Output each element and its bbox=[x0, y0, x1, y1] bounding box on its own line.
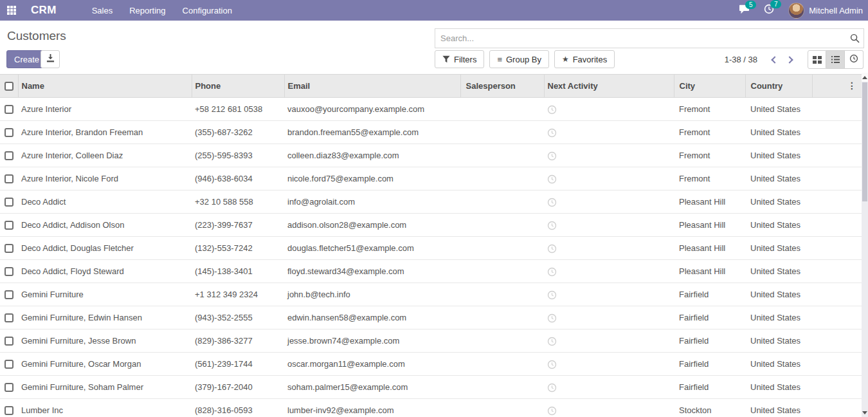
scroll-up-arrow-icon[interactable] bbox=[862, 73, 868, 82]
row-checkbox-cell[interactable] bbox=[0, 306, 18, 329]
cell-email[interactable]: vauxoo@yourcompany.example.com bbox=[284, 98, 460, 121]
table-row[interactable]: Gemini Furniture+1 312 349 2324john.b@te… bbox=[0, 283, 862, 306]
cell-phone[interactable]: (379)-167-2040 bbox=[192, 376, 284, 399]
cell-next-activity[interactable] bbox=[544, 190, 674, 214]
row-checkbox-cell[interactable] bbox=[0, 121, 18, 144]
cell-email[interactable]: soham.palmer15@example.com bbox=[284, 376, 460, 399]
row-checkbox[interactable] bbox=[5, 337, 14, 346]
next-activity-clock-icon[interactable] bbox=[547, 105, 557, 115]
table-row[interactable]: Gemini Furniture, Oscar Morgan(561)-239-… bbox=[0, 353, 862, 376]
row-checkbox[interactable] bbox=[5, 290, 14, 299]
cell-country[interactable]: United States bbox=[745, 214, 812, 237]
cell-country[interactable]: United States bbox=[745, 306, 812, 329]
row-checkbox[interactable] bbox=[5, 198, 14, 207]
cell-city[interactable]: Fremont bbox=[674, 167, 745, 190]
cell-salesperson[interactable] bbox=[460, 167, 544, 190]
next-activity-clock-icon[interactable] bbox=[547, 360, 557, 369]
cell-email[interactable]: info@agrolait.com bbox=[284, 190, 460, 214]
cell-phone[interactable]: (946)-638-6034 bbox=[192, 167, 284, 190]
cell-email[interactable]: douglas.fletcher51@example.com bbox=[284, 237, 460, 260]
cell-phone[interactable]: (132)-553-7242 bbox=[192, 237, 284, 260]
cell-name[interactable]: Gemini Furniture, Jesse Brown bbox=[18, 329, 192, 353]
pager-previous-button[interactable] bbox=[766, 53, 781, 67]
favorites-button[interactable]: ★ Favorites bbox=[554, 50, 615, 68]
cell-phone[interactable]: (255)-595-8393 bbox=[192, 144, 284, 167]
scrollbar-thumb[interactable] bbox=[862, 82, 867, 201]
cell-next-activity[interactable] bbox=[544, 329, 674, 353]
cell-next-activity[interactable] bbox=[544, 376, 674, 399]
cell-email[interactable]: addison.olson28@example.com bbox=[284, 214, 460, 237]
apps-menu-button[interactable] bbox=[0, 0, 23, 21]
header-next-activity[interactable]: Next Activity bbox=[544, 75, 674, 98]
cell-salesperson[interactable] bbox=[460, 399, 544, 417]
list-view-button[interactable] bbox=[826, 50, 845, 69]
row-checkbox-cell[interactable] bbox=[0, 190, 18, 214]
header-email[interactable]: Email bbox=[284, 75, 460, 98]
table-row[interactable]: Gemini Furniture, Edwin Hansen(943)-352-… bbox=[0, 306, 862, 329]
next-activity-clock-icon[interactable] bbox=[547, 406, 557, 416]
cell-name[interactable]: Azure Interior, Colleen Diaz bbox=[18, 144, 192, 167]
cell-next-activity[interactable] bbox=[544, 98, 674, 121]
row-checkbox-cell[interactable] bbox=[0, 237, 18, 260]
cell-country[interactable]: United States bbox=[745, 376, 812, 399]
table-row[interactable]: Azure Interior, Nicole Ford(946)-638-603… bbox=[0, 167, 862, 190]
next-activity-clock-icon[interactable] bbox=[547, 244, 557, 254]
scroll-down-arrow-icon[interactable] bbox=[862, 408, 868, 417]
cell-salesperson[interactable] bbox=[460, 283, 544, 306]
cell-email[interactable]: brandon.freeman55@example.com bbox=[284, 121, 460, 144]
table-row[interactable]: Deco Addict, Floyd Steward(145)-138-3401… bbox=[0, 260, 862, 283]
cell-country[interactable]: United States bbox=[745, 190, 812, 214]
cell-city[interactable]: Fairfield bbox=[674, 353, 745, 376]
cell-country[interactable]: United States bbox=[745, 329, 812, 353]
cell-next-activity[interactable] bbox=[544, 144, 674, 167]
next-activity-clock-icon[interactable] bbox=[547, 337, 557, 346]
table-row[interactable]: Lumber Inc(828)-316-0593lumber-inv92@exa… bbox=[0, 399, 862, 417]
cell-name[interactable]: Gemini Furniture, Edwin Hansen bbox=[18, 306, 192, 329]
cell-country[interactable]: United States bbox=[745, 260, 812, 283]
table-row[interactable]: Gemini Furniture, Jesse Brown(829)-386-3… bbox=[0, 329, 862, 353]
row-checkbox[interactable] bbox=[5, 383, 14, 392]
search-input[interactable] bbox=[435, 33, 845, 43]
activities-button[interactable]: 7 bbox=[764, 4, 774, 17]
magnifier-icon[interactable] bbox=[845, 33, 863, 43]
table-row[interactable]: Azure Interior, Brandon Freeman(355)-687… bbox=[0, 121, 862, 144]
select-all-checkbox-cell[interactable] bbox=[0, 75, 18, 98]
user-menu[interactable]: Mitchell Admin bbox=[788, 3, 863, 19]
cell-city[interactable]: Fairfield bbox=[674, 329, 745, 353]
next-activity-clock-icon[interactable] bbox=[547, 174, 557, 184]
cell-city[interactable]: Fremont bbox=[674, 98, 745, 121]
menu-configuration[interactable]: Configuration bbox=[174, 0, 240, 21]
row-checkbox-cell[interactable] bbox=[0, 353, 18, 376]
cell-country[interactable]: United States bbox=[745, 237, 812, 260]
messages-button[interactable]: 5 bbox=[739, 5, 750, 17]
cell-phone[interactable]: +32 10 588 558 bbox=[192, 190, 284, 214]
header-salesperson[interactable]: Salesperson bbox=[460, 75, 544, 98]
column-options-icon[interactable]: ⋮ bbox=[847, 80, 856, 91]
header-name[interactable]: Name bbox=[18, 75, 192, 98]
cell-phone[interactable]: +58 212 681 0538 bbox=[192, 98, 284, 121]
row-checkbox[interactable] bbox=[5, 128, 14, 137]
cell-next-activity[interactable] bbox=[544, 121, 674, 144]
row-checkbox[interactable] bbox=[5, 151, 14, 160]
row-checkbox-cell[interactable] bbox=[0, 260, 18, 283]
cell-country[interactable]: United States bbox=[745, 167, 812, 190]
cell-email[interactable]: jesse.brown74@example.com bbox=[284, 329, 460, 353]
pager-next-button[interactable] bbox=[783, 53, 797, 67]
cell-name[interactable]: Azure Interior, Brandon Freeman bbox=[18, 121, 192, 144]
row-checkbox[interactable] bbox=[5, 105, 14, 114]
cell-phone[interactable]: +1 312 349 2324 bbox=[192, 283, 284, 306]
cell-salesperson[interactable] bbox=[460, 329, 544, 353]
cell-country[interactable]: United States bbox=[745, 98, 812, 121]
row-checkbox[interactable] bbox=[5, 244, 14, 253]
row-checkbox-cell[interactable] bbox=[0, 98, 18, 121]
cell-next-activity[interactable] bbox=[544, 214, 674, 237]
cell-email[interactable]: colleen.diaz83@example.com bbox=[284, 144, 460, 167]
cell-city[interactable]: Fairfield bbox=[674, 376, 745, 399]
cell-name[interactable]: Lumber Inc bbox=[18, 399, 192, 417]
row-checkbox-cell[interactable] bbox=[0, 283, 18, 306]
cell-email[interactable]: lumber-inv92@example.com bbox=[284, 399, 460, 417]
row-checkbox[interactable] bbox=[5, 360, 14, 369]
menu-reporting[interactable]: Reporting bbox=[121, 0, 174, 21]
vertical-scrollbar[interactable] bbox=[862, 73, 868, 417]
cell-city[interactable]: Pleasant Hill bbox=[674, 260, 745, 283]
